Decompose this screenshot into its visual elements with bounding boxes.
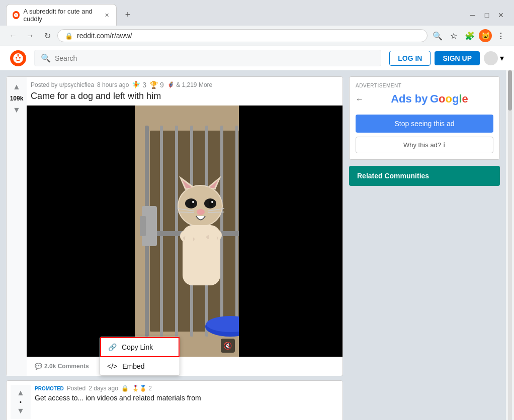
promoted-text: Get access to... ion videos and related … [35,394,338,402]
upvote-button[interactable]: ▲ [11,81,23,93]
user-avatar [484,51,498,65]
copy-link-label: Copy Link [122,343,153,351]
embed-icon: </> [107,362,117,370]
scrollbar[interactable] [506,70,514,420]
browser-tab-active[interactable]: A subreddit for cute and cuddly ✕ [6,4,117,26]
promoted-downvote[interactable]: ▼ [15,405,27,417]
maximize-button[interactable]: □ [480,8,494,22]
svg-point-35 [192,201,194,203]
comments-button[interactable]: 💬 2.0k Comments [31,360,93,373]
comments-label: 2.0k Comments [44,363,89,370]
copy-link-menu-item[interactable]: 🔗 Copy Link [100,337,180,357]
post-image-center: 🔇 [135,106,239,357]
context-menu: 🔗 Copy Link </> Embed [100,337,180,376]
lock-icon: 🔒 [65,32,73,40]
ad-back-button[interactable]: ← [356,95,364,104]
svg-line-41 [208,212,224,213]
post-card: ▲ 109k ▼ Posted by u/psychicflea 8 hours… [6,76,343,376]
reload-button[interactable]: ↻ [40,29,54,43]
tab-close-button[interactable]: ✕ [103,11,110,19]
url-text: reddit.com/r/aww/ [77,32,132,40]
post-vote-column: ▲ 109k ▼ [7,77,27,376]
search-input[interactable] [55,54,375,62]
award-3: 🦸 & 1,219 More [167,81,212,88]
video-controls: 🔇 [221,339,235,353]
address-bar[interactable]: 🔒 reddit.com/r/aww/ [57,29,427,42]
promoted-post: ▲ • ▼ PROMOTED Posted 2 days ago 🔒 🎖️🏅 2… [6,380,343,420]
browser-titlebar: A subreddit for cute and cuddly ✕ + ─ □ … [0,0,514,26]
promoted-meta: Posted [67,385,85,392]
svg-rect-22 [140,216,146,236]
promoted-time: 2 days ago [89,385,118,392]
embed-label: Embed [122,362,144,370]
post-image-left-dark [27,106,135,357]
award-1: 🧚 3 [132,81,146,89]
close-button[interactable]: ✕ [494,8,508,22]
post-title: Came for a dog and left with him [27,91,342,106]
post-actions: 💬 2.0k Comments ↗ Share 🔖 Save [27,357,342,376]
stop-ad-button[interactable]: Stop seeing this ad [356,115,493,133]
header-actions: LOG IN SIGN UP ▾ [389,51,504,66]
award-2: 🏆 9 [149,81,164,89]
back-button[interactable]: ← [6,29,20,43]
related-communities-box: Related Communities [349,166,500,186]
post-image-area: 🔇 [27,106,342,357]
svg-point-5 [19,57,21,58]
ads-by-text: Ads by [391,92,427,105]
posted-by-text: Posted by u/psychicflea [31,81,94,88]
minimize-button[interactable]: ─ [466,8,480,22]
svg-point-37 [197,209,205,215]
extensions-button[interactable]: 🧩 [463,29,477,43]
scrollbar-track [508,70,512,420]
promoted-upvote[interactable]: ▲ [15,387,27,399]
bookmark-button[interactable]: ☆ [447,29,461,43]
embed-menu-item[interactable]: </> Embed [100,357,180,375]
scrollbar-thumb[interactable] [508,70,512,111]
reddit-logo[interactable] [10,50,26,66]
promoted-award-icons: 🎖️🏅 2 [132,385,152,392]
search-icon: 🔍 [41,53,51,63]
user-menu[interactable]: ▾ [484,51,504,65]
svg-point-36 [211,201,213,203]
svg-point-4 [16,57,17,58]
chevron-down-icon: ▾ [500,53,504,63]
signup-button[interactable]: SIGN UP [435,51,480,65]
post-content: Posted by u/psychicflea 8 hours ago 🧚 3 … [27,77,342,376]
promoted-badge: PROMOTED [35,386,64,391]
reddit-ext-button[interactable]: 🐱 [479,29,492,42]
forward-button[interactable]: → [23,29,37,43]
ad-box: ADVERTISEMENT ← Ads by Google Stop seein… [349,76,500,160]
comment-icon: 💬 [35,363,42,370]
info-icon: ℹ [443,141,446,149]
svg-point-0 [14,13,18,17]
main-layout: ▲ 109k ▼ Posted by u/psychicflea 8 hours… [0,70,514,420]
search-ext-button[interactable]: 🔍 [431,29,445,43]
promoted-emoji: 🔒 [121,385,129,392]
related-communities-title: Related Communities [357,172,492,180]
advertisement-label: ADVERTISEMENT [356,83,493,88]
post-time: 8 hours ago [97,81,129,88]
browser-window: A subreddit for cute and cuddly ✕ + ─ □ … [0,0,514,420]
browser-chrome: A subreddit for cute and cuddly ✕ + ─ □ … [0,0,514,46]
search-box[interactable]: 🔍 [34,50,381,66]
post-area: ▲ 109k ▼ Posted by u/psychicflea 8 hours… [0,70,349,420]
google-text: Google [430,92,468,105]
promoted-content: PROMOTED Posted 2 days ago 🔒 🎖️🏅 2 Get a… [35,385,338,419]
link-icon: 🔗 [108,343,117,351]
post-image-right-dark [239,106,343,357]
post-card-inner: ▲ 109k ▼ Posted by u/psychicflea 8 hours… [7,77,342,376]
browser-controls: ← → ↻ 🔒 reddit.com/r/aww/ 🔍 ☆ 🧩 🐱 ⋮ [0,26,514,46]
post-meta: Posted by u/psychicflea 8 hours ago 🧚 3 … [27,77,342,91]
downvote-button[interactable]: ▼ [11,104,23,116]
why-ad-text: Why this ad? [403,141,441,149]
mute-button[interactable]: 🔇 [221,339,235,353]
login-button[interactable]: LOG IN [389,51,431,66]
new-tab-button[interactable]: + [121,8,135,22]
sidebar: ADVERTISEMENT ← Ads by Google Stop seein… [349,70,506,420]
extension-icons: 🔍 ☆ 🧩 🐱 ⋮ [431,29,508,43]
reddit-favicon [13,11,20,19]
reddit-header: 🔍 LOG IN SIGN UP ▾ [0,46,514,70]
menu-button[interactable]: ⋮ [494,29,508,43]
svg-point-1 [15,15,16,16]
why-ad-button[interactable]: Why this ad? ℹ [356,137,493,153]
